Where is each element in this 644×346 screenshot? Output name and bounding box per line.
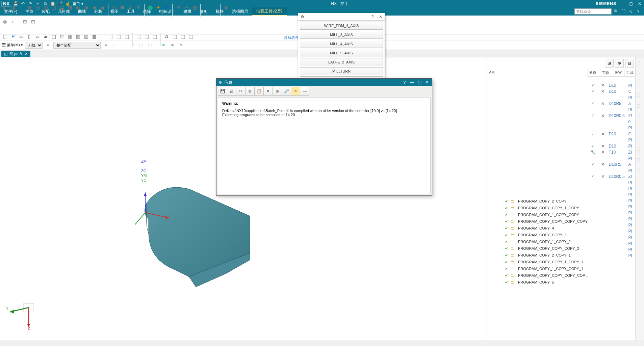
nav-btn[interactable]: ⊕ bbox=[615, 59, 624, 68]
ribbon-btn[interactable]: ◆ bbox=[91, 4, 98, 11]
minimize-icon[interactable]: ― bbox=[409, 79, 415, 85]
ribbon-btn[interactable]: ⬚ bbox=[179, 33, 186, 40]
rb-icon[interactable]: ⬚ bbox=[637, 157, 643, 164]
program-row[interactable]: ✔🗀PROGRAM_COPY_2_COPY bbox=[487, 198, 588, 205]
close-icon[interactable]: ✕ bbox=[424, 79, 430, 85]
ribbon-btn[interactable]: ⊞ bbox=[21, 18, 29, 25]
program-row[interactable]: ✔🗀PROGRAM_COPY_1_COPY_2 bbox=[487, 238, 588, 245]
op-row[interactable]: PI bbox=[588, 186, 635, 192]
ribbon-btn[interactable]: ▦ bbox=[191, 4, 198, 11]
help-icon[interactable]: ? bbox=[402, 79, 408, 85]
ribbon-btn[interactable]: ⬚ bbox=[187, 33, 195, 40]
paste-icon[interactable]: 📋 bbox=[50, 1, 56, 7]
find-icon[interactable]: 🔎 bbox=[282, 87, 291, 96]
ribbon-btn[interactable]: ⊡ bbox=[58, 33, 66, 40]
col-ipw[interactable]: IPW bbox=[613, 69, 625, 76]
col-tool[interactable]: 工具 bbox=[625, 69, 635, 76]
save-icon[interactable]: 💾 bbox=[12, 1, 19, 7]
info-text[interactable]: Warning: D:\Kasa\NX10\application\Batch_… bbox=[218, 98, 431, 194]
op-row[interactable]: ✓✕D10R5A bbox=[588, 161, 635, 167]
menu-mill3[interactable]: MILL_3_AXIS bbox=[300, 31, 383, 39]
ribbon-btn[interactable]: ⬢ bbox=[119, 4, 126, 11]
program-row[interactable]: ✔🗀PROGRAM_COPY_1_COPY_COPY bbox=[487, 211, 588, 218]
op-row[interactable]: PI bbox=[588, 198, 635, 204]
rb-icon[interactable]: ⬚ bbox=[637, 92, 643, 99]
ribbon-btn[interactable]: ▲ bbox=[127, 4, 134, 11]
op-row[interactable]: PI bbox=[588, 240, 635, 246]
target-icon[interactable]: ⊕ bbox=[273, 87, 282, 96]
ribbon-btn[interactable]: ◧ bbox=[1, 4, 9, 11]
ribbon-btn[interactable]: ⬚ bbox=[171, 33, 178, 40]
filter-select-1[interactable]: 刀轨 bbox=[25, 42, 43, 49]
close-icon[interactable]: ✕ bbox=[637, 1, 643, 7]
redo-icon[interactable]: ↷ bbox=[27, 1, 33, 7]
ribbon-btn[interactable]: ☰ bbox=[183, 4, 190, 11]
op-row[interactable]: PI bbox=[588, 234, 635, 240]
ribbon-btn[interactable]: ◐ bbox=[74, 4, 82, 11]
op-row[interactable]: ✓✕D10R0.5ZI bbox=[588, 113, 635, 119]
file-tab[interactable]: ◫ 舵.prt ✎ ✕ bbox=[1, 51, 30, 57]
program-row[interactable]: ✔🗀PROGRAM_COPY_4 bbox=[487, 225, 588, 232]
op-row[interactable]: ✓✕D10C bbox=[588, 88, 635, 95]
sel-icon[interactable]: ▾ bbox=[45, 42, 51, 49]
ribbon-btn[interactable]: ▯ bbox=[26, 33, 33, 40]
undo-icon[interactable]: ↶ bbox=[20, 1, 26, 7]
menu-hq-tools[interactable]: 浩强工具v2.59 bbox=[252, 7, 286, 16]
sel-icon[interactable]: ⬚ bbox=[138, 42, 145, 49]
ribbon-btn[interactable]: ⬚ bbox=[115, 33, 122, 40]
ribbon-btn[interactable]: ▼ bbox=[135, 4, 142, 11]
op-row[interactable]: ✓✕D10R5A bbox=[588, 101, 635, 107]
close-icon[interactable]: ✕ bbox=[378, 14, 383, 20]
wrap-icon[interactable]: ≡ bbox=[291, 87, 300, 96]
ribbon-btn[interactable]: ◑ bbox=[82, 4, 90, 11]
minimize-icon[interactable]: ― bbox=[619, 1, 625, 7]
program-row[interactable]: ✔🗀PROGRAM_COPY_COPY_COPY_COP... bbox=[487, 272, 588, 279]
ribbon-btn[interactable]: ▱ bbox=[34, 33, 41, 40]
delete-icon[interactable]: ✕ bbox=[263, 87, 273, 96]
sel-icon[interactable]: ✎ bbox=[178, 42, 185, 49]
op-row[interactable]: 🔧✕T10ZI bbox=[588, 149, 635, 155]
menu-mill4[interactable]: MILL_4_AXIS bbox=[300, 40, 383, 48]
ribbon-btn[interactable]: ◫ bbox=[50, 33, 57, 40]
ribbon-btn[interactable]: ▩ bbox=[91, 33, 98, 40]
ribbon-btn[interactable]: ⬚ bbox=[1, 33, 9, 40]
op-row[interactable]: PI bbox=[588, 252, 635, 259]
cut-icon[interactable]: ✂ bbox=[236, 87, 246, 96]
rb-icon[interactable]: ⬚ bbox=[637, 82, 643, 88]
op-row[interactable]: PI bbox=[588, 222, 635, 228]
program-row[interactable]: ✔🗀PROGRAM_COPY_COPY_COPY_2 bbox=[487, 245, 588, 252]
ribbon-btn[interactable]: ⬚ bbox=[203, 4, 210, 11]
maximize-icon[interactable]: ▢ bbox=[628, 1, 634, 7]
op-row[interactable]: ✓✕D10R0.5ZI bbox=[588, 174, 635, 180]
op-row[interactable]: ✓✕D10C bbox=[588, 131, 635, 137]
ribbon-btn[interactable]: ⬤ bbox=[147, 4, 154, 11]
copy-icon[interactable]: ⧉ bbox=[245, 87, 255, 96]
gear-icon[interactable]: ⚙ bbox=[218, 80, 222, 85]
ribbon-btn[interactable]: ▨ bbox=[82, 33, 90, 40]
op-row[interactable]: ✓✕D10PI bbox=[588, 143, 635, 149]
nav-btn[interactable]: ⊞ bbox=[605, 59, 614, 68]
ribbon-btn[interactable]: ▣ bbox=[99, 4, 106, 11]
close-tab-icon[interactable]: ✕ bbox=[25, 52, 28, 56]
op-row[interactable]: PI bbox=[588, 192, 635, 198]
op-row[interactable]: PI bbox=[588, 107, 635, 113]
cut-icon[interactable]: ✂ bbox=[35, 1, 41, 7]
ribbon-btn[interactable]: ○ bbox=[9, 18, 17, 25]
rb-icon[interactable]: ⬚ bbox=[637, 71, 643, 78]
op-row[interactable]: ✓✕D10PI bbox=[588, 82, 635, 88]
ribbon-btn[interactable]: ⬚ bbox=[99, 33, 106, 40]
sel-icon[interactable]: 👁 bbox=[160, 42, 167, 49]
help-icon[interactable]: ? bbox=[635, 8, 641, 15]
ribbon-btn[interactable]: ⊟ bbox=[29, 18, 37, 25]
rb-icon[interactable]: ⬚ bbox=[637, 147, 643, 153]
menu-lathe2[interactable]: LATHE_2_AXIS bbox=[300, 58, 383, 66]
menu-dropdown[interactable]: ☰ 菜单(M) ▾ bbox=[2, 43, 23, 48]
op-row[interactable]: PI bbox=[588, 167, 635, 174]
command-search-input[interactable] bbox=[574, 8, 612, 15]
sel-icon[interactable]: ⬚ bbox=[129, 42, 136, 49]
gear-icon[interactable]: ⚙ bbox=[300, 14, 305, 20]
ribbon-btn[interactable]: ⬚ bbox=[211, 4, 218, 11]
help-icon[interactable]: ? bbox=[370, 14, 375, 20]
ribbon-btn[interactable]: ▦ bbox=[66, 33, 74, 40]
mic-icon[interactable]: 🎤 bbox=[57, 1, 63, 7]
